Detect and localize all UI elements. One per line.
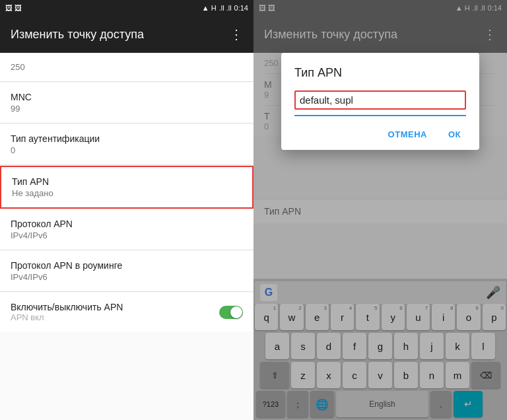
setting-apn-protocol[interactable]: Протокол APN IPv4/IPv6 [0, 209, 254, 250]
setting-apn-type[interactable]: Тип APN Не задано [0, 166, 254, 209]
left-status-icons: 🖼 🖼 [5, 4, 22, 12]
dialog-overlay: Тип APN ОТМЕНА ОК [254, 0, 507, 420]
setting-apn-protocol-label: Протокол APN [11, 219, 243, 229]
dialog-ok-button[interactable]: ОК [443, 127, 466, 142]
setting-mnc[interactable]: MNC 99 [0, 83, 254, 123]
toggle-apn-thumb [230, 306, 242, 318]
toggle-apn-sub: APN вкл [11, 312, 123, 322]
left-content: 250 MNC 99 Тип аутентификации 0 Тип APN … [0, 53, 254, 420]
setting-250-value: 250 [11, 62, 243, 72]
left-header-title: Изменить точку доступа [11, 28, 219, 42]
left-status-bar: 🖼 🖼 ▲ H .ll .ll 0:14 [0, 0, 254, 16]
setting-250: 250 [0, 53, 254, 82]
setting-auth-type[interactable]: Тип аутентификации 0 [0, 124, 254, 165]
toggle-apn-label: Включить/выключить APN [11, 302, 123, 312]
left-app-header: Изменить точку доступа ⋮ [0, 16, 254, 53]
setting-auth-label: Тип аутентификации [11, 133, 243, 144]
setting-apn-type-value: Не задано [12, 188, 242, 198]
signal-bars: .ll .ll [219, 4, 232, 12]
dialog-input-wrapper[interactable] [294, 90, 466, 110]
left-menu-icon[interactable]: ⋮ [230, 26, 243, 42]
time-display: 0:14 [234, 4, 248, 12]
toggle-apn-track[interactable] [219, 306, 243, 319]
dialog-cancel-button[interactable]: ОТМЕНА [383, 127, 432, 142]
signal-icon: ▲ H [202, 4, 217, 12]
apn-type-dialog: Тип APN ОТМЕНА ОК [281, 53, 479, 150]
setting-mnc-value: 99 [11, 104, 243, 114]
setting-apn-protocol-value: IPv4/IPv6 [11, 230, 243, 240]
left-status-right: ▲ H .ll .ll 0:14 [202, 4, 248, 12]
dialog-underline [294, 115, 466, 116]
setting-apn-roaming-value: IPv4/IPv6 [11, 272, 243, 282]
setting-apn-roaming[interactable]: Протокол APN в роуминге IPv4/IPv6 [0, 251, 254, 292]
setting-apn-type-label: Тип APN [12, 176, 242, 187]
notification-icons: 🖼 🖼 [5, 4, 22, 12]
toggle-row-apn[interactable]: Включить/выключить APN APN вкл [0, 293, 254, 332]
setting-apn-roaming-label: Протокол APN в роуминге [11, 260, 243, 271]
setting-mnc-label: MNC [11, 92, 243, 102]
setting-auth-value: 0 [11, 145, 243, 155]
apn-type-input[interactable] [300, 94, 461, 106]
dialog-actions: ОТМЕНА ОК [294, 127, 466, 142]
left-panel: 🖼 🖼 ▲ H .ll .ll 0:14 Изменить точку дост… [0, 0, 254, 420]
right-panel: 🖼 🖼 ▲ H .ll .ll 0:14 Изменить точку дост… [254, 0, 507, 420]
dialog-title: Тип APN [294, 66, 466, 80]
